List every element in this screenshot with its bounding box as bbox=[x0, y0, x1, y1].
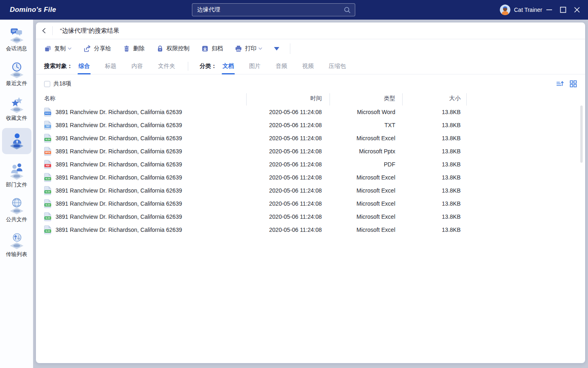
svg-text:XLSX: XLSX bbox=[45, 217, 51, 219]
file-size: 13.8KB bbox=[402, 161, 467, 168]
sidebar-item-label: 收藏文件 bbox=[6, 114, 27, 122]
svg-text:PPTX: PPTX bbox=[45, 152, 51, 154]
file-name: 3891 Ranchview Dr. Richardson, Californi… bbox=[56, 187, 182, 194]
magnifier-icon[interactable] bbox=[344, 7, 351, 13]
header-divider bbox=[52, 26, 53, 35]
star-icon bbox=[7, 95, 26, 114]
category-tab-1[interactable]: 图片 bbox=[249, 58, 261, 74]
archive-button[interactable]: 归档 bbox=[201, 45, 223, 52]
file-type-label: Microsoft Excel bbox=[330, 174, 402, 181]
file-name: 3891 Ranchview Dr. Richardson, Californi… bbox=[56, 135, 182, 141]
table-row[interactable]: XLSX 3891 Ranchview Dr. Richardson, Cali… bbox=[36, 132, 585, 145]
copy-icon bbox=[44, 45, 51, 52]
scrollbar-thumb[interactable] bbox=[580, 105, 583, 163]
sidebar-item-label: 会话消息 bbox=[6, 45, 27, 52]
sidebar-item-label: 公共文件 bbox=[6, 216, 27, 223]
sidebar-item-people[interactable]: 部门文件 bbox=[2, 160, 31, 191]
people-icon bbox=[7, 162, 26, 181]
file-time: 2020-05-06 11:24:08 bbox=[246, 213, 330, 220]
column-size[interactable]: 大小 bbox=[402, 95, 467, 102]
trash-icon bbox=[123, 45, 130, 52]
lock-icon bbox=[156, 45, 164, 52]
sidebar-item-clock[interactable]: 最近文件 bbox=[2, 58, 31, 90]
column-time[interactable]: 时间 bbox=[246, 95, 330, 102]
main-panel: “边缘代理”的搜索结果 复制 分享给 删除 权限控制 归档 打印 搜索对象： 综… bbox=[36, 22, 585, 363]
page-title: “边缘代理”的搜索结果 bbox=[60, 27, 119, 35]
scope-tab-3[interactable]: 文件夹 bbox=[158, 58, 175, 74]
more-actions-button[interactable] bbox=[274, 47, 279, 51]
scope-tab-0[interactable]: 综合 bbox=[78, 58, 90, 74]
file-type-label: Microsoft Excel bbox=[330, 227, 402, 233]
file-type-icon: DOCX bbox=[44, 108, 51, 117]
file-name: 3891 Ranchview Dr. Richardson, Californi… bbox=[56, 161, 182, 168]
table-row[interactable]: XLSX 3891 Ranchview Dr. Richardson, Cali… bbox=[36, 171, 585, 184]
file-size: 13.8KB bbox=[402, 109, 467, 115]
file-name: 3891 Ranchview Dr. Richardson, Californi… bbox=[56, 213, 182, 220]
file-type-icon: XLSX bbox=[44, 225, 51, 234]
sidebar-item-label: 传输列表 bbox=[6, 251, 27, 258]
table-row[interactable]: XLSX 3891 Ranchview Dr. Richardson, Cali… bbox=[36, 184, 585, 197]
toolbar-divider bbox=[290, 43, 290, 54]
category-tab-4[interactable]: 压缩包 bbox=[329, 58, 346, 74]
category-tab-2[interactable]: 音频 bbox=[276, 58, 287, 74]
svg-text:DOCX: DOCX bbox=[45, 112, 51, 114]
avatar[interactable] bbox=[500, 4, 510, 15]
print-button[interactable]: 打印 bbox=[235, 45, 262, 52]
lock-button[interactable]: 权限控制 bbox=[156, 45, 189, 52]
grid-view-icon[interactable] bbox=[570, 80, 577, 88]
user-name[interactable]: Cat Trainer bbox=[514, 7, 542, 13]
table-row[interactable]: DOCX 3891 Ranchview Dr. Richardson, Cali… bbox=[36, 105, 585, 119]
share-button[interactable]: 分享给 bbox=[83, 45, 111, 52]
chevron-down-icon bbox=[258, 47, 262, 50]
sort-icon[interactable] bbox=[556, 80, 564, 88]
file-type-icon: XLSX bbox=[44, 199, 51, 208]
file-size: 13.8KB bbox=[402, 227, 467, 233]
svg-text:XLSX: XLSX bbox=[45, 230, 51, 232]
globe-icon bbox=[7, 197, 26, 215]
sidebar-item-star[interactable]: 收藏文件 bbox=[2, 93, 31, 124]
minimize-button[interactable] bbox=[542, 0, 556, 20]
select-all-checkbox[interactable] bbox=[44, 81, 50, 87]
table-row[interactable]: PPTX 3891 Ranchview Dr. Richardson, Cali… bbox=[36, 145, 585, 158]
table-row[interactable]: XLSX 3891 Ranchview Dr. Richardson, Cali… bbox=[36, 197, 585, 210]
maximize-button[interactable] bbox=[556, 0, 570, 20]
file-size: 13.8KB bbox=[402, 135, 467, 141]
file-type-label: Microsoft Excel bbox=[330, 200, 402, 207]
archive-icon bbox=[201, 45, 209, 52]
category-tab-0[interactable]: 文档 bbox=[223, 58, 234, 74]
global-search[interactable] bbox=[192, 3, 355, 16]
column-name[interactable]: 名称 bbox=[36, 95, 246, 102]
scope-tab-2[interactable]: 内容 bbox=[131, 58, 143, 74]
sidebar: 会话消息 最近文件 收藏文件 部门文件 公共文件 传输列表 bbox=[0, 20, 33, 368]
table-row[interactable]: XLSX 3891 Ranchview Dr. Richardson, Cali… bbox=[36, 223, 585, 236]
scope-label: 搜索对象： bbox=[44, 63, 73, 70]
item-count: 共18项 bbox=[53, 80, 71, 88]
results-header: “边缘代理”的搜索结果 bbox=[36, 22, 585, 39]
table-row[interactable]: PDF 3891 Ranchview Dr. Richardson, Calif… bbox=[36, 158, 585, 171]
file-type-label: Microsoft Excel bbox=[330, 187, 402, 194]
sidebar-item-transfer[interactable]: 传输列表 bbox=[2, 229, 31, 260]
close-button[interactable] bbox=[570, 0, 584, 20]
sidebar-item-chat[interactable]: 会话消息 bbox=[2, 24, 31, 55]
file-type-label: Microsoft Pptx bbox=[330, 148, 402, 155]
trash-button[interactable]: 删除 bbox=[123, 45, 145, 52]
sidebar-item-label: 最近文件 bbox=[6, 80, 27, 87]
sidebar-item-globe[interactable]: 公共文件 bbox=[2, 195, 31, 226]
table-row[interactable]: TXT 3891 Ranchview Dr. Richardson, Calif… bbox=[36, 119, 585, 132]
file-time: 2020-05-06 11:24:08 bbox=[246, 148, 330, 155]
file-type-icon: PPTX bbox=[44, 147, 51, 156]
category-tab-3[interactable]: 视频 bbox=[302, 58, 314, 74]
file-size: 13.8KB bbox=[402, 213, 467, 220]
search-input[interactable] bbox=[197, 7, 344, 13]
file-time: 2020-05-06 11:24:08 bbox=[246, 200, 330, 207]
table-row[interactable]: XLSX 3891 Ranchview Dr. Richardson, Cali… bbox=[36, 210, 585, 223]
file-type-label: PDF bbox=[330, 161, 402, 168]
chat-icon bbox=[7, 26, 26, 45]
back-button[interactable] bbox=[36, 22, 52, 39]
sidebar-item-person[interactable] bbox=[2, 128, 31, 154]
scope-tab-1[interactable]: 标题 bbox=[105, 58, 116, 74]
copy-button[interactable]: 复制 bbox=[44, 45, 71, 52]
file-type-label: TXT bbox=[330, 122, 402, 128]
column-type[interactable]: 类型 bbox=[330, 95, 402, 102]
file-size: 13.8KB bbox=[402, 174, 467, 181]
